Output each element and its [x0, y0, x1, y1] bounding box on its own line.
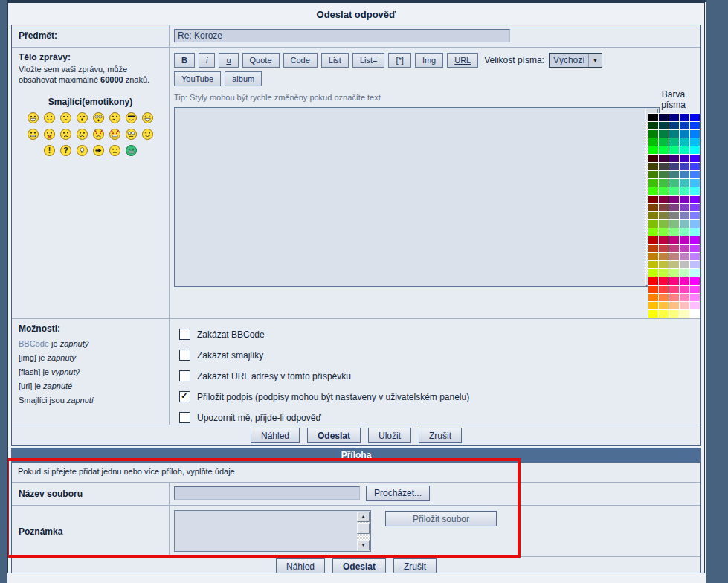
palette-color[interactable] — [669, 277, 679, 285]
button-odeslat[interactable]: Odeslat — [307, 428, 361, 443]
palette-color[interactable] — [648, 163, 658, 170]
palette-color[interactable] — [680, 228, 689, 236]
palette-color[interactable] — [669, 155, 679, 162]
palette-color[interactable] — [648, 187, 658, 195]
palette-color[interactable] — [659, 310, 669, 318]
palette-color[interactable] — [690, 228, 700, 236]
checkbox-row-zakzatsmajlky[interactable]: Zakázat smajlíky — [179, 350, 700, 361]
checkbox-checked[interactable] — [179, 391, 190, 402]
toolbar-button-img[interactable]: Img — [415, 53, 443, 68]
palette-color[interactable] — [669, 138, 679, 146]
toolbar-button-album[interactable]: album — [225, 71, 262, 86]
smiley-idea-icon[interactable] — [77, 145, 88, 156]
palette-color[interactable] — [648, 302, 658, 309]
palette-color[interactable] — [659, 261, 669, 268]
palette-color[interactable] — [659, 196, 669, 203]
palette-color[interactable] — [648, 253, 658, 260]
palette-color[interactable] — [690, 261, 700, 268]
palette-color[interactable] — [648, 179, 658, 187]
palette-color[interactable] — [680, 212, 689, 219]
palette-color[interactable] — [659, 253, 669, 260]
palette-color[interactable] — [648, 277, 658, 285]
palette-color[interactable] — [669, 236, 679, 244]
smiley-mad-icon[interactable] — [28, 129, 39, 140]
palette-color[interactable] — [659, 277, 669, 285]
palette-color[interactable] — [669, 179, 679, 187]
toolbar-button-i[interactable]: i — [199, 53, 215, 68]
button-uloit[interactable]: Uložit — [368, 428, 411, 443]
palette-color[interactable] — [680, 286, 689, 293]
palette-color[interactable] — [659, 138, 669, 146]
palette-color[interactable] — [659, 130, 669, 138]
palette-color[interactable] — [680, 261, 689, 268]
palette-color[interactable] — [690, 310, 700, 318]
palette-color[interactable] — [669, 286, 679, 293]
palette-color[interactable] — [648, 114, 658, 121]
palette-color[interactable] — [659, 245, 669, 252]
smiley-grin-icon[interactable] — [28, 112, 39, 123]
palette-color[interactable] — [648, 294, 658, 301]
palette-color[interactable] — [659, 228, 669, 236]
checkbox-unchecked[interactable] — [179, 370, 190, 381]
palette-color[interactable] — [690, 187, 700, 195]
palette-color[interactable] — [669, 114, 679, 121]
palette-color[interactable] — [690, 122, 700, 129]
smiley-neutral-icon[interactable] — [109, 145, 120, 156]
palette-color[interactable] — [659, 286, 669, 293]
checkbox-row-zakzatbbcode[interactable]: Zakázat BBCode — [179, 329, 700, 340]
palette-color[interactable] — [680, 245, 689, 252]
smiley-cry-icon[interactable] — [77, 129, 88, 140]
palette-color[interactable] — [680, 204, 689, 211]
palette-color[interactable] — [648, 204, 658, 211]
scroll-down-icon[interactable] — [357, 540, 370, 550]
toolbar-button-url[interactable]: URL — [447, 53, 478, 68]
palette-color[interactable] — [648, 245, 658, 252]
button-nhled[interactable]: Náhled — [251, 428, 300, 443]
palette-color[interactable] — [659, 155, 669, 162]
checkbox-unchecked[interactable] — [179, 350, 190, 361]
palette-color[interactable] — [680, 171, 689, 178]
palette-color[interactable] — [690, 302, 700, 309]
toolbar-button-youtube[interactable]: YouTube — [174, 71, 221, 86]
palette-color[interactable] — [659, 212, 669, 219]
palette-color[interactable] — [669, 130, 679, 138]
smiley-embarrassed-icon[interactable] — [60, 129, 71, 140]
palette-color[interactable] — [690, 155, 700, 162]
smiley-question-icon[interactable]: ? — [60, 145, 71, 156]
palette-color[interactable] — [648, 310, 658, 318]
note-scrollbar[interactable] — [357, 512, 370, 550]
palette-color[interactable] — [648, 130, 658, 138]
palette-color[interactable] — [669, 122, 679, 129]
palette-color[interactable] — [669, 261, 679, 268]
smiley-sad-icon[interactable] — [60, 112, 71, 123]
scrollbar-thumb[interactable] — [357, 523, 370, 534]
palette-color[interactable] — [680, 114, 689, 121]
palette-color[interactable] — [659, 146, 669, 154]
palette-color[interactable] — [659, 294, 669, 301]
palette-color[interactable] — [680, 220, 689, 228]
palette-color[interactable] — [680, 310, 689, 318]
palette-color[interactable] — [690, 245, 700, 252]
palette-color[interactable] — [690, 179, 700, 187]
palette-color[interactable] — [648, 212, 658, 219]
checkbox-unchecked[interactable] — [179, 329, 190, 340]
smiley-cool-icon[interactable] — [126, 112, 137, 123]
toolbar-button-list[interactable]: List= — [352, 53, 385, 68]
palette-color[interactable] — [648, 146, 658, 154]
font-size-select[interactable]: Výchozí — [549, 53, 602, 68]
smiley-evil-icon[interactable] — [93, 129, 104, 140]
palette-color[interactable] — [669, 302, 679, 309]
palette-color[interactable] — [680, 302, 689, 309]
palette-color[interactable] — [648, 196, 658, 203]
checkbox-unchecked[interactable] — [179, 412, 190, 423]
palette-color[interactable] — [690, 269, 700, 277]
filename-input[interactable] — [174, 486, 360, 500]
palette-color[interactable] — [659, 114, 669, 121]
palette-color[interactable] — [669, 187, 679, 195]
palette-color[interactable] — [648, 261, 658, 268]
smiley-arrow-icon[interactable] — [93, 145, 104, 156]
palette-color[interactable] — [669, 220, 679, 228]
palette-color[interactable] — [690, 163, 700, 170]
palette-color[interactable] — [690, 130, 700, 138]
palette-color[interactable] — [659, 171, 669, 178]
